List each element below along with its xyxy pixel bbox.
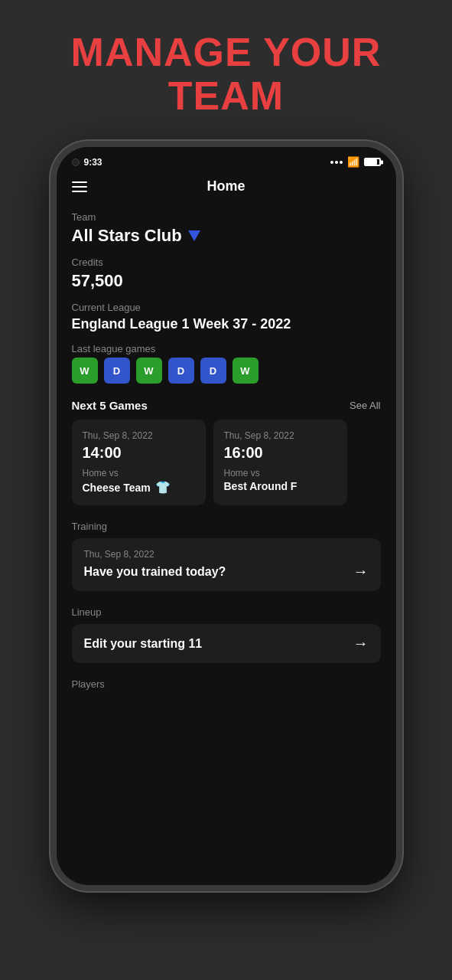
game-2-vs: Home vs [224,468,337,479]
training-section: Training Thu, Sep 8, 2022 Have you train… [72,521,381,591]
credits-label: Credits [72,256,381,268]
team-label: Team [72,211,381,223]
game-1-opponent: Cheese Team [83,482,151,494]
lineup-section: Lineup Edit your starting 11 → [72,606,381,663]
game-1-opponent-row: Cheese Team 👕 [83,480,195,495]
lineup-title: Edit your starting 11 [84,637,203,651]
players-label: Players [72,678,381,690]
league-name: England League 1 Week 37 - 2022 [72,316,381,332]
next-games-header: Next 5 Games See All [72,399,381,412]
status-time: 9:33 [84,157,102,168]
signal-icon [330,161,343,164]
status-right: 📶 [330,156,381,168]
training-label: Training [72,521,381,532]
credits-value: 57,500 [72,271,381,291]
hamburger-line-3 [72,191,87,192]
training-card[interactable]: Thu, Sep 8, 2022 Have you trained today?… [72,538,381,591]
game-card-1[interactable]: Thu, Sep 8, 2022 14:00 Home vs Cheese Te… [72,420,206,505]
credits-section: Credits 57,500 [72,256,381,291]
league-label: Current League [72,302,381,313]
result-badge-4: D [168,358,194,384]
wifi-icon: 📶 [347,156,359,168]
game-1-time: 14:00 [83,444,195,462]
result-badge-2: D [104,358,130,384]
result-badge-6: W [233,358,259,384]
result-badge-3: W [136,358,162,384]
page-header: MANAGE YOUR TEAM [71,31,382,141]
status-bar: 9:33 📶 [57,147,396,172]
training-arrow-icon: → [353,563,369,580]
game-2-date: Thu, Sep 8, 2022 [224,430,337,441]
training-prompt: Have you trained today? [84,565,226,579]
next-games-section: Next 5 Games See All Thu, Sep 8, 2022 14… [72,399,381,505]
shirt-icon: 👕 [155,480,171,495]
training-date: Thu, Sep 8, 2022 [84,549,369,560]
game-card-2[interactable]: Thu, Sep 8, 2022 16:00 Home vs Best Arou… [213,420,347,505]
training-card-row: Have you trained today? → [84,563,369,580]
game-1-date: Thu, Sep 8, 2022 [83,430,195,441]
team-section: Team All Stars Club [72,211,381,246]
see-all-button[interactable]: See All [350,400,380,411]
phone-screen: 9:33 📶 Home [57,147,396,885]
game-2-opponent: Best Around F [224,480,298,492]
lineup-card[interactable]: Edit your starting 11 → [72,624,381,663]
hamburger-line-1 [72,181,87,183]
lineup-label: Lineup [72,606,381,618]
hamburger-line-2 [72,186,87,188]
last-games-label: Last league games [72,343,381,354]
results-row: W D W D D W [72,358,381,384]
hamburger-button[interactable] [72,181,87,192]
top-nav: Home [57,172,396,204]
team-name-row: All Stars Club [72,226,381,246]
page-title: MANAGE YOUR TEAM [71,31,382,118]
phone-frame: 9:33 📶 Home [50,141,402,891]
result-badge-5: D [200,358,226,384]
game-2-time: 16:00 [224,444,337,462]
status-left: 9:33 [72,157,102,168]
team-name: All Stars Club [72,226,182,246]
result-badge-1: W [72,358,98,384]
team-badge-icon [188,230,200,241]
lineup-arrow-icon: → [353,635,369,652]
games-scroll: Thu, Sep 8, 2022 14:00 Home vs Cheese Te… [72,420,381,505]
league-section: Current League England League 1 Week 37 … [72,302,381,332]
camera-dot [72,158,80,166]
content-area: Team All Stars Club Credits 57,500 Curre… [57,204,396,885]
game-2-opponent-row: Best Around F [224,480,337,492]
game-1-vs: Home vs [83,468,195,479]
next-games-title: Next 5 Games [72,399,148,412]
last-games-section: Last league games W D W D D W [72,343,381,384]
nav-title: Home [206,178,245,194]
battery-icon [364,158,381,166]
